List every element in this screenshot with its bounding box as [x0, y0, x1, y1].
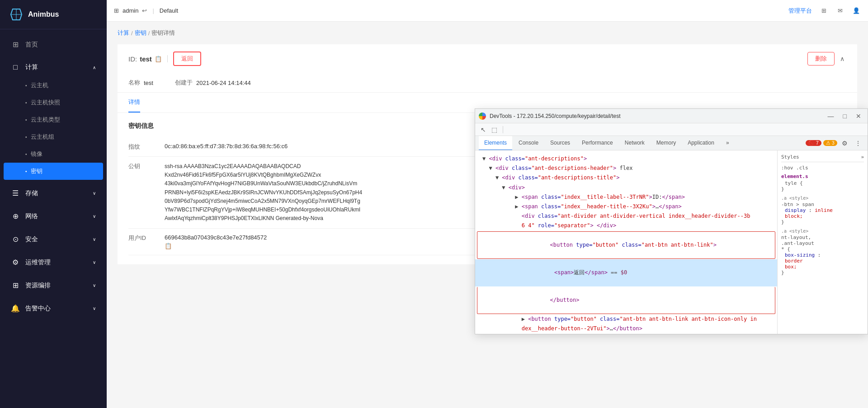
style-prop-box-name: box-sizing	[785, 252, 815, 258]
style-prop-display-val: inline	[815, 207, 833, 213]
html-line-3: ▼ <div class="ant-descriptions-title">	[475, 173, 777, 183]
sidebar-item-alert-label: 告警中心	[25, 305, 51, 313]
sidebar-item-snapshot[interactable]: 云主机快照	[0, 94, 107, 111]
devtools-more-button[interactable]: ⋮	[852, 139, 864, 148]
delete-button[interactable]: 删除	[807, 52, 835, 66]
devtools-tab-performance[interactable]: Performance	[576, 136, 618, 150]
styles-title: Styles	[781, 154, 799, 160]
sidebar-item-keypair[interactable]: 密钥	[4, 163, 103, 180]
sidebar-item-image-label: 镜像	[31, 150, 42, 158]
devtools-settings-button[interactable]: ⚙	[839, 139, 850, 148]
breadcrumb-keypair[interactable]: 密钥	[135, 29, 146, 37]
sidebar-item-storage[interactable]: ☰ 存储 ∨	[0, 183, 107, 203]
id-label: ID:	[128, 55, 137, 63]
desc-userid-label: 用户ID	[128, 234, 165, 249]
security-icon: ⊙	[11, 235, 20, 244]
html-line-7: <div class="ant-divider ant-divider-vert…	[475, 211, 777, 221]
security-expand-icon: ∨	[93, 237, 96, 242]
sidebar-item-image[interactable]: 镜像	[0, 145, 107, 163]
sidebar-item-ops-label: 运维管理	[25, 258, 51, 267]
sidebar-item-alert[interactable]: 🔔 告警中心 ∨	[0, 299, 107, 318]
devtools-tab-memory[interactable]: Memory	[651, 136, 681, 150]
sidebar-item-resource[interactable]: ⊞ 资源编排 ∨	[0, 276, 107, 295]
devtools-tab-network[interactable]: Network	[619, 136, 650, 150]
page-header-left: ID: test 📋 返回	[128, 52, 201, 66]
devtools-minimize-button[interactable]: —	[825, 112, 837, 121]
devtools-tab-console[interactable]: Console	[513, 136, 544, 150]
sidebar-item-vmtype[interactable]: 云主机类型	[0, 111, 107, 128]
style-rule-btn-span: .a <style> -btn > span display : inline …	[781, 196, 864, 225]
desc-userid-value: 669643b8a070439c8c43e7e27fd84572	[165, 234, 267, 241]
html-line-2: ▼ <div class="ant-descriptions-header"> …	[475, 164, 777, 173]
style-close-layout: }	[781, 270, 864, 276]
devtools-html-panel[interactable]: ▼ <div class="ant-descriptions"> ▼ <div …	[475, 150, 777, 334]
devtools-close-button[interactable]: ✕	[853, 112, 864, 121]
mgmt-platform-link[interactable]: 管理平台	[788, 7, 812, 15]
sidebar-item-snapshot-label: 云主机快照	[31, 98, 60, 107]
sidebar-item-ops[interactable]: ⚙ 运维管理 ∨	[0, 253, 107, 272]
mail-icon[interactable]: ✉	[835, 6, 844, 15]
style-selector-element: element.s	[781, 174, 864, 179]
page-id: ID: test 📋	[128, 55, 162, 63]
devtools-tab-more[interactable]: »	[721, 136, 735, 150]
storage-icon: ☰	[11, 189, 20, 197]
sidebar-item-resource-label: 资源编排	[25, 281, 51, 290]
breadcrumb-compute[interactable]: 计算	[118, 29, 129, 37]
sidebar-item-home[interactable]: ⊞ 首页	[0, 35, 107, 54]
device-toolbar-button[interactable]: ⬚	[490, 125, 499, 134]
inspect-element-button[interactable]: ↖	[479, 125, 488, 134]
top-header-left: ⊞ admin ↩ | Default	[114, 7, 178, 14]
sidebar-item-vm-label: 云主机	[31, 81, 48, 89]
html-line-12: ▶ <button type="button" class="ant-btn a…	[475, 314, 777, 324]
devtools-status: 🚫 7 ⚠ 3 ⚙ ⋮	[806, 139, 864, 148]
breadcrumb-current: 密钥详情	[151, 29, 175, 37]
alert-icon: 🔔	[11, 304, 20, 313]
collapse-button[interactable]: ∧	[838, 53, 846, 64]
devtools-tab-application[interactable]: Application	[682, 136, 720, 150]
grid-icon[interactable]: ⊞	[819, 6, 828, 15]
back-button[interactable]: 返回	[173, 52, 201, 66]
sidebar-navigation: ⊞ 首页 □ 计算 ∧ 云主机 云主机快照 云主机类型 云主机组 镜	[0, 29, 107, 408]
devtools-body: ▼ <div class="ant-descriptions"> ▼ <div …	[475, 150, 868, 334]
id-copy-icon[interactable]: 📋	[155, 56, 162, 62]
devtools-tab-elements[interactable]: Elements	[479, 136, 512, 150]
network-icon: ⊕	[11, 212, 20, 220]
html-line-4: ▼ <div>	[475, 183, 777, 192]
nav-section-ops: ⚙ 运维管理 ∨	[0, 251, 107, 274]
styles-expand-icon[interactable]: »	[861, 154, 864, 160]
breadcrumb: 计算 / 密钥 / 密钥详情	[118, 29, 857, 37]
devtools-maximize-button[interactable]: □	[840, 112, 849, 121]
devtools-styles-panel: Styles » :hov .cls element.s tyle { } .a…	[777, 150, 868, 334]
tab-detail[interactable]: 详情	[128, 93, 140, 113]
sidebar-item-compute[interactable]: □ 计算 ∧	[0, 58, 107, 77]
sidebar-item-network[interactable]: ⊕ 网络 ∨	[0, 206, 107, 226]
ops-expand-icon: ∨	[93, 260, 96, 265]
compute-expand-icon: ∧	[93, 65, 96, 70]
compute-icon: □	[11, 63, 20, 71]
devtools-url: DevTools - 172.20.154.250/compute/keypai…	[490, 113, 821, 119]
animbus-logo-icon	[9, 7, 24, 22]
nav-section-network: ⊕ 网络 ∨	[0, 205, 107, 228]
meta-name-label: 名称	[128, 79, 140, 87]
sidebar-item-vm[interactable]: 云主机	[0, 77, 107, 94]
style-rule-element: element.s tyle { }	[781, 174, 864, 192]
user-icon[interactable]: 👤	[852, 6, 861, 15]
devtools-favicon	[479, 113, 486, 120]
sidebar-item-keypair-label: 密钥	[31, 167, 42, 175]
nav-section-alert: 🔔 告警中心 ∨	[0, 297, 107, 320]
storage-expand-icon: ∨	[93, 191, 96, 196]
meta-name: 名称 test	[128, 79, 153, 87]
userid-copy-icon[interactable]: 📋	[165, 243, 267, 249]
html-line-1: ▼ <div class="ant-descriptions">	[475, 154, 777, 164]
devtools-tab-sources[interactable]: Sources	[545, 136, 576, 150]
sidebar-item-vmtype-label: 云主机类型	[31, 116, 60, 124]
ops-icon: ⚙	[11, 258, 20, 267]
style-selector-layout: nt-layout,	[781, 234, 864, 240]
sidebar-item-security[interactable]: ⊙ 安全 ∨	[0, 230, 107, 249]
style-prop-display-cont: block;	[781, 213, 864, 219]
html-line-9: <button type="button" class="ant-btn ant…	[477, 231, 775, 259]
sidebar-item-compute-label: 计算	[25, 63, 38, 71]
sidebar-item-vmgroup[interactable]: 云主机组	[0, 128, 107, 145]
nav-section-home: ⊞ 首页	[0, 33, 107, 56]
style-close-btn: }	[781, 219, 864, 225]
